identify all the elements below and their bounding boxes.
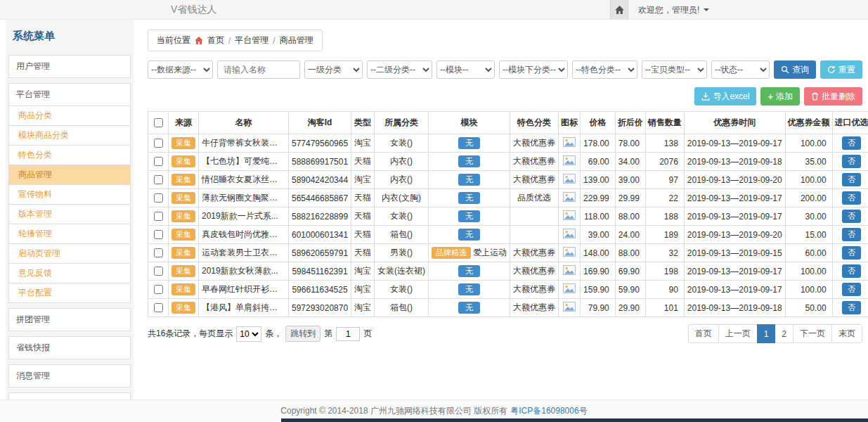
filter-select[interactable]: 一级分类 [304,60,363,79]
breadcrumb-home-link[interactable]: 首页 [207,34,224,46]
sidebar-item[interactable]: 平台管理 [8,83,131,106]
row-checkbox[interactable] [154,212,163,221]
column-header: 折后价 [615,112,645,134]
filter-select[interactable]: --模块下分类-- [499,60,568,79]
batch-delete-button[interactable]: 批量删除 [804,87,862,106]
module-cell: 无 [429,281,510,299]
product-type: 天猫 [351,207,375,226]
home-button[interactable] [610,0,628,20]
feature-category: 大额优惠券 [510,262,559,281]
feature-category [510,226,559,244]
user-menu[interactable]: 欢迎您，管理员! [628,0,719,20]
filter-bar: --数据来源--一级分类--二级分类----模块----模块下分类----特色分… [148,60,862,79]
taoke-id: 588869917501 [289,153,351,171]
breadcrumb: 当前位置 首页 / 平台管理 / 商品管理 [148,30,323,51]
sidebar-item[interactable]: 订单管理 [8,392,131,399]
welcome-label: 欢迎您，管理员! [638,4,699,16]
icp-link[interactable]: 粤ICP备16098006号 [510,405,587,417]
sidebar-subitem[interactable]: 启动页管理 [8,244,131,264]
row-checkbox[interactable] [154,175,163,184]
sidebar-subitem[interactable]: 版本管理 [8,205,131,224]
filter-select[interactable]: --模块-- [436,60,495,79]
row-checkbox[interactable] [154,139,163,148]
row-checkbox[interactable] [154,248,163,257]
sidebar: 系统菜单 用户管理平台管理商品分类模块商品分类特色分类商品管理宣传物料版本管理轮… [6,20,134,399]
sidebar-item[interactable]: 省钱快报 [8,336,131,359]
import-opt-button[interactable]: 否 [842,283,861,296]
product-type: 天猫 [351,153,375,171]
import-opt-button[interactable]: 否 [842,301,861,314]
filter-select[interactable]: --特色分类-- [572,60,637,79]
sidebar-subitem[interactable]: 特色分类 [8,146,131,165]
product-name: 牛仔背带裤女秋装减龄... [199,134,289,153]
price: 169.90 [581,262,616,281]
select-all-checkbox[interactable] [154,118,163,127]
import-opt-button[interactable]: 否 [842,136,861,150]
row-checkbox[interactable] [154,193,163,203]
import-opt-button[interactable]: 否 [842,173,861,186]
copyright-label: Copyright © 2014-2018 广州九驰网络科技有限公司 版权所有 [280,405,507,417]
import-opt-button[interactable]: 否 [842,264,861,278]
import-excel-button[interactable]: 导入excel [694,87,756,106]
row-checkbox[interactable] [154,303,163,312]
row-checkbox[interactable] [154,285,163,294]
sidebar-subitem[interactable]: 意见反馈 [8,264,131,283]
import-opt-button[interactable]: 否 [842,191,861,205]
jump-button[interactable]: 跳转到 [285,326,320,342]
coupon-amount: 15.00 [785,226,832,244]
sidebar-item[interactable]: 消息管理 [8,364,131,388]
product-type: 淘宝 [351,171,375,189]
page-button[interactable]: 下一页 [793,324,832,343]
page-size-select[interactable]: 10 [236,326,261,342]
topbar: V省钱达人 欢迎您，管理员! [0,0,868,20]
coupon-amount: 60.00 [785,244,832,262]
import-opt-button[interactable]: 否 [842,210,861,223]
filter-select[interactable]: --二级分类-- [367,60,432,79]
page-button[interactable]: 1 [757,324,776,343]
product-type: 淘宝 [351,134,375,153]
import-opt-button[interactable]: 否 [842,246,861,260]
jump-page-input[interactable] [336,327,360,341]
pagination-buttons: 首页上一页12下一页末页 [688,324,862,343]
page-button[interactable]: 末页 [831,324,862,343]
sidebar-subitem[interactable]: 平台配置 [8,283,131,303]
page-button[interactable]: 首页 [688,324,719,343]
table-row: 采集情侣睡衣女夏冰丝男士...589042420344淘宝内衣()无大额优惠券1… [148,171,868,189]
filter-select[interactable]: --宝贝类型-- [642,60,707,79]
sidebar-subitem[interactable]: 宣传物料 [8,185,131,205]
product-category: 女装(连衣裙) [375,262,429,281]
product-image-icon [563,265,576,275]
discount-price: 88.00 [615,207,645,226]
sales-count: 90 [645,281,684,299]
row-checkbox[interactable] [154,157,163,166]
table-row: 采集【港风】单肩斜挎链条...597293020870淘宝箱包()无大额优惠券7… [148,299,868,317]
taoke-id: 565446685867 [289,189,351,207]
sidebar-subitem[interactable]: 商品管理 [8,165,131,185]
page-button[interactable]: 上一页 [718,324,758,343]
sidebar-item[interactable]: 用户管理 [8,55,131,78]
product-type: 淘宝 [351,281,375,299]
row-checkbox[interactable] [154,267,163,276]
add-button[interactable]: + 添加 [760,87,800,106]
row-checkbox[interactable] [154,230,163,239]
sidebar-subitem[interactable]: 模块商品分类 [8,126,131,146]
feature-category: 大额优惠券 [510,153,559,171]
bottom-strip [281,418,868,422]
breadcrumb-item[interactable]: 平台管理 [235,34,268,46]
import-opt-button[interactable]: 否 [842,228,861,241]
name-search-input[interactable] [217,60,300,79]
module-badge: 无 [458,283,480,295]
reset-button[interactable]: 重置 [820,60,862,79]
feature-category: 品质优选 [510,189,559,207]
search-button[interactable]: 查询 [774,60,816,79]
taoke-id: 597293020870 [289,299,351,317]
filter-select[interactable]: --状态-- [711,60,770,79]
import-opt-button[interactable]: 否 [842,155,861,168]
sidebar-item[interactable]: 拼团管理 [8,308,131,331]
discount-price: 59.90 [615,281,645,299]
sidebar-subitem[interactable]: 商品分类 [8,106,131,126]
page-button[interactable]: 2 [775,324,793,343]
filter-select[interactable]: --数据来源-- [148,60,213,79]
sidebar-subitem[interactable]: 轮播管理 [8,224,131,244]
table-row: 采集薄款无钢圈文胸聚拢性...565446685867天猫内衣(文胸)无品质优选… [148,189,868,207]
